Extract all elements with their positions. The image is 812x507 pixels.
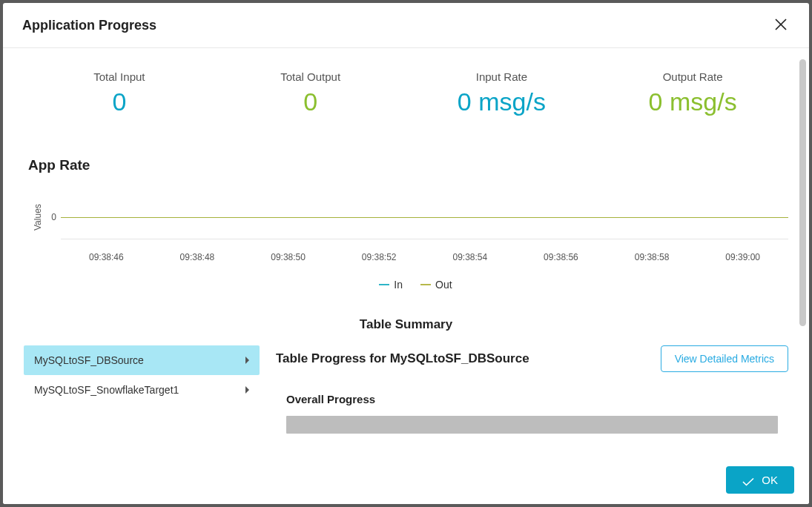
chart-x-tick: 09:38:46 <box>61 252 152 262</box>
legend-swatch-out <box>420 284 431 285</box>
sidebar-item-label: MySQLtoSF_SnowflakeTarget1 <box>34 384 179 396</box>
overall-progress-label: Overall Progress <box>276 393 788 405</box>
legend-swatch-in <box>379 284 389 285</box>
detail-header: Table Progress for MySQLtoSF_DBSource Vi… <box>276 345 788 372</box>
chart-line-out <box>61 217 788 218</box>
chart-x-tick: 09:38:56 <box>515 252 607 262</box>
legend-label-in: In <box>394 279 403 291</box>
close-button[interactable] <box>772 16 790 34</box>
overall-progress-bar <box>286 416 778 434</box>
stat-input-rate: Input Rate 0 msg/s <box>406 70 598 116</box>
chart-x-ticks: 09:38:46 09:38:48 09:38:50 09:38:52 09:3… <box>61 252 788 262</box>
chart-legend: In Out <box>43 279 788 291</box>
chart-x-tick: 09:38:48 <box>152 252 243 262</box>
stat-label: Input Rate <box>406 70 598 83</box>
stat-value: 0 msg/s <box>406 87 598 116</box>
stats-row: Total Input 0 Total Output 0 Input Rate … <box>24 70 788 116</box>
stat-total-input: Total Input 0 <box>24 70 215 116</box>
application-progress-modal: Application Progress Total Input 0 Total… <box>3 3 809 504</box>
stat-value: 0 msg/s <box>597 87 788 116</box>
modal-body[interactable]: Total Input 0 Total Output 0 Input Rate … <box>3 48 809 456</box>
legend-item-in: In <box>379 279 403 291</box>
caret-right-icon <box>245 386 249 394</box>
sidebar-item-snowflaketarget[interactable]: MySQLtoSF_SnowflakeTarget1 <box>24 375 260 405</box>
app-rate-title: App Rate <box>24 157 788 173</box>
chart-y-axis-label: Values <box>30 191 43 243</box>
caret-right-icon <box>245 357 249 364</box>
scrollbar-thumb[interactable] <box>799 59 806 326</box>
table-source-list: MySQLtoSF_DBSource MySQLtoSF_SnowflakeTa… <box>24 345 260 456</box>
chart-x-tick: 09:38:50 <box>242 252 334 262</box>
close-icon <box>775 16 787 35</box>
app-rate-chart: Values 0 09:38:46 09:38:48 09:38:50 09:3… <box>24 191 788 291</box>
stat-label: Output Rate <box>597 70 788 83</box>
view-detailed-metrics-button[interactable]: View Detailed Metrics <box>661 345 788 372</box>
sidebar-item-dbsource[interactable]: MySQLtoSF_DBSource <box>24 345 260 375</box>
legend-label-out: Out <box>435 279 452 291</box>
chart-x-tick: 09:39:00 <box>697 252 788 262</box>
modal-header: Application Progress <box>3 3 809 48</box>
stat-output-rate: Output Rate 0 msg/s <box>597 70 788 116</box>
detail-title: Table Progress for MySQLtoSF_DBSource <box>276 351 529 366</box>
modal-title: Application Progress <box>22 18 156 33</box>
table-detail-panel: Table Progress for MySQLtoSF_DBSource Vi… <box>276 345 788 456</box>
chart-x-tick: 09:38:58 <box>607 252 698 262</box>
stat-total-output: Total Output 0 <box>215 70 406 116</box>
chart-y-tick: 0 <box>43 212 61 222</box>
chart-x-tick: 09:38:52 <box>334 252 425 262</box>
table-summary-title: Table Summary <box>24 317 788 332</box>
ok-button-label: OK <box>762 474 778 486</box>
ok-button[interactable]: OK <box>726 466 794 494</box>
stat-value: 0 <box>24 87 215 116</box>
stat-label: Total Input <box>24 70 215 83</box>
check-icon <box>742 476 754 484</box>
stat-label: Total Output <box>215 70 406 83</box>
chart-plot-area <box>61 195 788 239</box>
modal-footer: OK <box>3 456 809 504</box>
legend-item-out: Out <box>420 279 452 291</box>
sidebar-item-label: MySQLtoSF_DBSource <box>34 354 144 366</box>
table-summary-row: MySQLtoSF_DBSource MySQLtoSF_SnowflakeTa… <box>24 345 788 456</box>
chart-x-tick: 09:38:54 <box>425 252 516 262</box>
stat-value: 0 <box>215 87 406 116</box>
